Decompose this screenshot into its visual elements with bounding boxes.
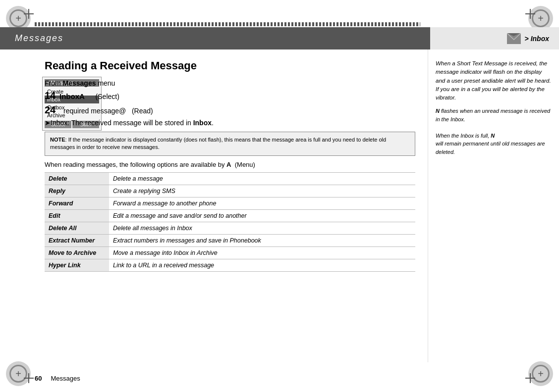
option-name: Reply (45, 185, 109, 197)
option-name: Hyper Link (45, 259, 109, 271)
header-title: Messages (15, 33, 63, 44)
page-title: Reading a Received Message (45, 59, 415, 72)
option-name: Edit (45, 209, 109, 222)
crosshair-tr (525, 9, 535, 19)
table-row: DeleteDelete a message (45, 172, 415, 185)
inbox-icon (507, 33, 521, 44)
inbox-badge-label: > Inbox (525, 35, 549, 43)
table-row: Move to ArchiveMove a message into Inbox… (45, 246, 415, 259)
option-description: Extract numbers in messages and save in … (109, 234, 415, 246)
crosshair-tl (24, 9, 34, 19)
main-content: Reading a Received Message From Messages… (35, 49, 425, 362)
table-row: Extract NumberExtract numbers in message… (45, 234, 415, 246)
option-description: Link to a URL in a received message (109, 259, 415, 271)
table-row: ForwardForward a message to another phon… (45, 197, 415, 209)
from-line: From Messages menu (45, 79, 415, 87)
table-row: Delete AllDelete all messages in Inbox (45, 222, 415, 234)
footer-text: Messages (51, 375, 80, 382)
table-row: ReplyCreate a replying SMS (45, 185, 415, 197)
step-1: 14 InboxA (Select) (45, 90, 415, 101)
page-number: 60 (35, 375, 42, 382)
inbox-badge: > Inbox (430, 27, 559, 49)
page-footer: 60 Messages (35, 375, 80, 382)
when-reading-text: When reading messages, the following opt… (45, 161, 415, 168)
right-note: N flashes when an unread message is rece… (436, 107, 552, 156)
option-name: Delete All (45, 222, 109, 234)
step-2: 24 required message@ (Read) (45, 104, 415, 116)
crosshair-br (525, 373, 535, 383)
option-name: Forward (45, 197, 109, 209)
options-table: DeleteDelete a messageReplyCreate a repl… (45, 172, 415, 272)
option-description: Create a replying SMS (109, 185, 415, 197)
option-name: Extract Number (45, 234, 109, 246)
option-description: Delete a message (109, 172, 415, 185)
option-description: Move a message into Inbox in Archive (109, 246, 415, 259)
table-row: Hyper LinkLink to a URL in a received me… (45, 259, 415, 271)
option-description: Delete all messages in Inbox (109, 222, 415, 234)
note-box: NOTE: If the message indicator is displa… (45, 132, 415, 156)
table-row: EditEdit a message and save and/or send … (45, 209, 415, 222)
option-description: Edit a message and save and/or send to a… (109, 209, 415, 222)
right-sidebar: When a Short Text Message is received, t… (428, 49, 559, 362)
option-name: Move to Archive (45, 246, 109, 259)
option-description: Forward a message to another phone (109, 197, 415, 209)
option-name: Delete (45, 172, 109, 185)
crosshair-bl (24, 373, 34, 383)
right-para-1: When a Short Text Message is received, t… (436, 59, 552, 102)
dots-bar (35, 22, 420, 26)
arrow-line: ➤Inbox: The received message will be sto… (45, 119, 415, 127)
